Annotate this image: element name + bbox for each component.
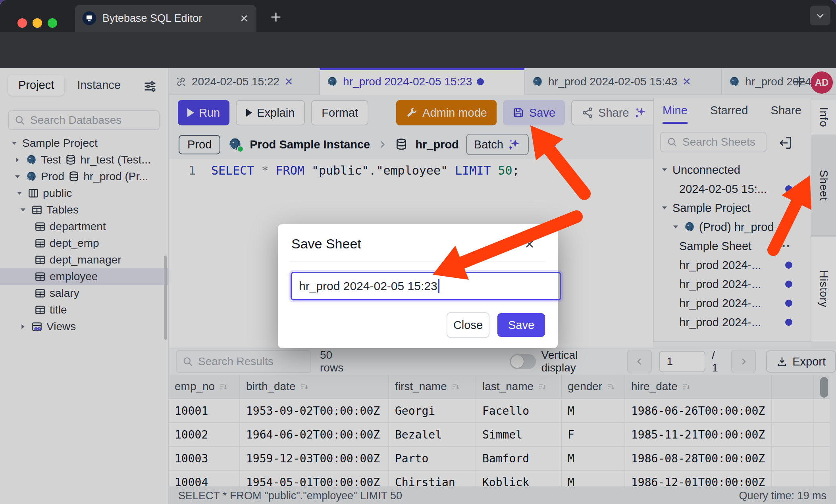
dialog-close-button[interactable]: Close — [447, 312, 489, 338]
text-cursor — [438, 279, 439, 293]
tab-search-chevron-button[interactable] — [810, 6, 830, 25]
save-sheet-dialog: Save Sheet hr_prod 2024-02-05 15:23 Clos… — [278, 224, 558, 348]
browser-toolbar: localhost:8080/sql-editor/prod-sample-in… — [0, 32, 836, 68]
browser-tab-title: Bytebase SQL Editor — [102, 12, 233, 25]
dialog-save-button[interactable]: Save — [497, 313, 545, 337]
bytebase-favicon — [82, 11, 97, 26]
dialog-close-icon[interactable] — [523, 238, 536, 250]
dialog-actions: Close Save — [447, 312, 545, 338]
dialog-title: Save Sheet — [291, 236, 361, 252]
maximize-window-button[interactable] — [48, 18, 57, 28]
close-tab-icon[interactable] — [239, 13, 249, 23]
browser-window: Bytebase SQL Editor localhost:8080/sql-e… — [0, 0, 836, 504]
dialog-divider — [290, 262, 546, 262]
close-window-button[interactable] — [17, 18, 27, 28]
browser-tab-strip: Bytebase SQL Editor — [0, 0, 836, 32]
new-tab-button[interactable] — [269, 10, 283, 24]
sheet-name-input[interactable]: hr_prod 2024-02-05 15:23 — [291, 272, 561, 300]
window-controls — [17, 18, 57, 28]
browser-tab[interactable]: Bytebase SQL Editor — [75, 5, 256, 32]
minimize-window-button[interactable] — [33, 18, 42, 28]
